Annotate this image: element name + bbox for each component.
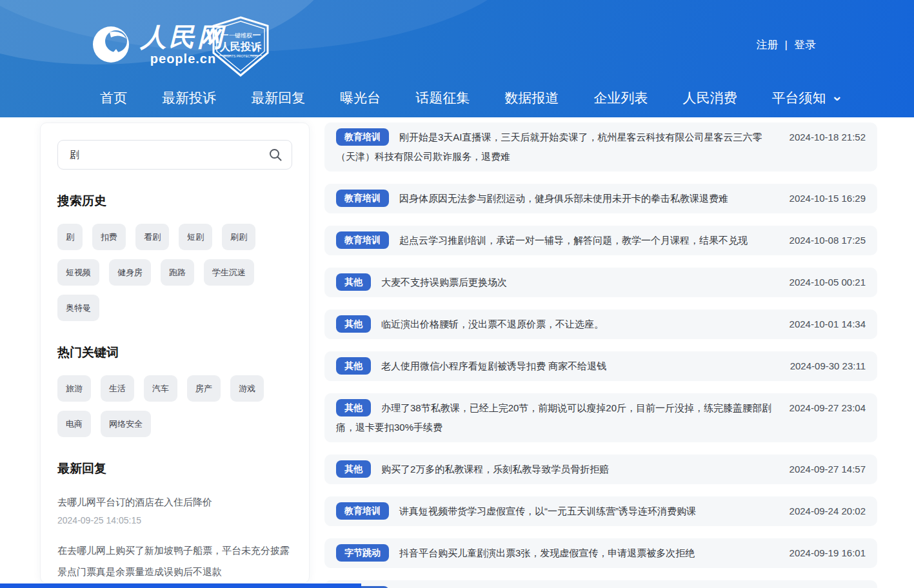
complaint-date: 2024-10-15 16:29 — [790, 189, 866, 208]
nav-item[interactable]: 平台须知 ⌄ — [772, 89, 843, 107]
main-navigation: 首页 最新投诉 最新回复 曝光台 — [100, 89, 843, 107]
search-history-tag[interactable]: 健身房 — [109, 259, 151, 286]
complaint-row[interactable]: 2024-09-18 10:11 教育培训交了700元上搏击课，没有签合同，上了… — [324, 580, 877, 588]
shield-english: RIGHTS PROTECTION — [223, 54, 257, 58]
complaint-category-badge[interactable]: 字节跳动 — [336, 544, 389, 562]
sidebar-panel: 搜索历史 剧 扣费 看剧 短剧 刷剧 短视频 健身房 跑路 学生沉迷 奥特曼 热… — [40, 122, 310, 583]
complaint-text: 讲真短视频带货学习虚假宣传，以“一元五天训练营”诱导连环消费购课 — [399, 505, 696, 516]
nav-item-label: 话题征集 — [415, 89, 470, 107]
site-header: 人民网 people.cn 一键维权 人民投诉 RIGHTS PROTECTIO… — [0, 0, 914, 117]
search-history-tag[interactable]: 刷剧 — [222, 224, 255, 250]
nav-item[interactable]: 最新回复 — [251, 89, 310, 107]
reply-text: 去哪儿网平台订的酒店在入住后降价 — [57, 491, 292, 513]
complaint-date: 2024-09-30 23:11 — [790, 357, 866, 376]
hot-keyword-tag[interactable]: 旅游 — [57, 375, 91, 402]
complaint-row[interactable]: 2024-10-01 14:34 其他临近演出价格腰斩，没出票不退原价票，不让选… — [324, 309, 877, 339]
complaint-text: 大麦不支持误购票后更换场次 — [381, 277, 507, 288]
reply-item[interactable]: 在去哪儿网上购买了新加坡鸭子船票，平台未充分披露景点门票真是余票量造成误购后不退… — [57, 540, 292, 583]
logo-subtitle: people.cn — [150, 52, 216, 65]
complaint-category-badge[interactable]: 教育培训 — [336, 502, 389, 520]
nav-item[interactable]: 话题征集 — [415, 89, 475, 107]
reply-text: 在去哪儿网上购买了新加坡鸭子船票，平台未充分披露景点门票真是余票量造成误购后不退… — [57, 540, 292, 582]
login-link[interactable]: 登录 — [794, 37, 816, 52]
nav-item[interactable]: 人民消费 — [682, 89, 742, 107]
complaint-date: 2024-09-27 23:04 — [790, 398, 866, 418]
complaint-row[interactable]: 2024-10-08 17:25 教育培训起点云学习推剧培训，承诺一对一辅导，解… — [324, 226, 877, 255]
complaint-date: 2024-09-24 20:02 — [790, 502, 866, 521]
nav-item-label: 首页 — [100, 89, 127, 107]
hot-keywords-tags: 旅游 生活 汽车 房产 游戏 电商 网络安全 — [57, 375, 292, 437]
search-history-title: 搜索历史 — [57, 193, 292, 210]
search-input[interactable] — [58, 141, 292, 169]
latest-replies-list: 去哪儿网平台订的酒店在入住后降价 2024-09-25 14:05:15 在去哪… — [57, 491, 292, 583]
nav-item-label: 曝光台 — [340, 89, 381, 107]
complaint-row[interactable]: 2024-10-05 00:21 其他大麦不支持误购票后更换场次 — [324, 268, 877, 297]
complaint-text: 老人使用微信小程序看短剧被诱导扣费 商家不给退钱 — [381, 360, 606, 371]
hot-keyword-tag[interactable]: 汽车 — [144, 375, 177, 402]
nav-item[interactable]: 数据报道 — [504, 89, 564, 107]
complaint-category-badge[interactable]: 教育培训 — [336, 128, 389, 146]
complaint-date: 2024-10-08 17:25 — [790, 231, 866, 250]
nav-item[interactable]: 首页 — [100, 89, 132, 107]
hot-keyword-tag[interactable]: 游戏 — [230, 375, 264, 402]
complaint-text: 办理了38节私教课，已经上完20节，前期说可以瘦掉20斤，目前一斤没掉，练完膝盖… — [336, 402, 771, 433]
complaint-category-badge[interactable]: 其他 — [336, 273, 371, 291]
search-history-tag[interactable]: 短剧 — [179, 224, 212, 250]
search-history-tag[interactable]: 奥特曼 — [57, 295, 99, 321]
complaint-category-badge[interactable]: 其他 — [336, 460, 371, 478]
complaint-text: 抖音平台购买儿童剧演出票3张，发现虚假宣传，申请退票被多次拒绝 — [399, 547, 695, 558]
hot-keywords-title: 热门关键词 — [57, 344, 292, 361]
site-logo[interactable]: 人民网 people.cn — [90, 23, 226, 66]
complaint-row[interactable]: 2024-10-15 16:29 教育培训因身体原因无法参与剧烈运动，健身俱乐部… — [324, 184, 877, 213]
auth-links: 注册 | 登录 — [757, 37, 816, 52]
nav-item-label: 人民消费 — [682, 89, 737, 107]
complaint-row[interactable]: 2024-09-30 23:11 其他老人使用微信小程序看短剧被诱导扣费 商家不… — [324, 351, 877, 381]
chevron-down-icon: ⌄ — [831, 92, 843, 99]
complaint-date: 2024-10-01 14:34 — [790, 315, 866, 334]
nav-item-label: 最新投诉 — [162, 89, 216, 107]
search-history-tag[interactable]: 扣费 — [92, 224, 126, 250]
complaint-list: 2024-10-18 21:52 教育培训刚开始是3天AI直播课，三天后就开始卖… — [324, 122, 877, 588]
complaint-category-badge[interactable]: 教育培训 — [336, 190, 389, 207]
complaint-date: 2024-10-05 00:21 — [790, 273, 866, 292]
complaint-category-badge[interactable]: 其他 — [336, 357, 371, 375]
nav-item[interactable]: 曝光台 — [340, 89, 386, 107]
hot-keyword-tag[interactable]: 电商 — [57, 411, 91, 437]
hot-keyword-tag[interactable]: 生活 — [101, 375, 134, 402]
nav-item-label: 平台须知 — [772, 89, 826, 107]
people-complaint-shield-badge[interactable]: 一键维权 人民投诉 RIGHTS PROTECTION — [209, 15, 272, 77]
complaint-date: 2024-09-18 10:11 — [790, 585, 866, 588]
complaint-date: 2024-09-27 14:57 — [790, 460, 866, 479]
search-history-tags: 剧 扣费 看剧 短剧 刷剧 短视频 健身房 跑路 学生沉迷 奥特曼 — [57, 224, 292, 321]
search-history-tag[interactable]: 学生沉迷 — [204, 259, 254, 286]
nav-item-label: 数据报道 — [504, 89, 559, 107]
reply-date: 2024-09-25 14:05:15 — [57, 515, 292, 525]
complaint-category-badge[interactable]: 其他 — [336, 315, 371, 333]
search-history-tag[interactable]: 跑路 — [161, 259, 194, 286]
nav-item-label: 企业列表 — [593, 89, 648, 107]
complaint-category-badge[interactable]: 其他 — [336, 399, 371, 416]
search-history-tag[interactable]: 短视频 — [57, 259, 99, 286]
complaint-date: 2024-09-19 16:01 — [790, 544, 866, 563]
complaint-row[interactable]: 2024-09-27 14:57 其他购买了2万多的私教课程，乐刻私教导致学员骨… — [324, 455, 877, 484]
complaint-text: 因身体原因无法参与剧烈运动，健身俱乐部未使用未开卡的拳击私教课退费难 — [399, 193, 728, 204]
search-history-tag[interactable]: 剧 — [57, 224, 83, 250]
search-icon[interactable] — [268, 148, 283, 162]
reply-item[interactable]: 去哪儿网平台订的酒店在入住后降价 2024-09-25 14:05:15 — [57, 491, 292, 525]
latest-replies-title: 最新回复 — [57, 460, 292, 477]
hot-keyword-tag[interactable]: 网络安全 — [101, 411, 151, 437]
complaint-text: 临近演出价格腰斩，没出票不退原价票，不让选座。 — [381, 318, 604, 329]
register-link[interactable]: 注册 — [757, 37, 779, 52]
nav-item[interactable]: 最新投诉 — [162, 89, 221, 107]
complaint-text: 起点云学习推剧培训，承诺一对一辅导，解答问题，教学一个月课程，结果不兑现 — [399, 235, 748, 246]
hot-keyword-tag[interactable]: 房产 — [187, 375, 221, 402]
complaint-category-badge[interactable]: 教育培训 — [336, 231, 389, 249]
complaint-row[interactable]: 2024-09-24 20:02 教育培训讲真短视频带货学习虚假宣传，以“一元五… — [324, 496, 877, 526]
complaint-row[interactable]: 2024-09-27 23:04 其他办理了38节私教课，已经上完20节，前期说… — [324, 393, 877, 442]
complaint-row[interactable]: 2024-09-19 16:01 字节跳动抖音平台购买儿童剧演出票3张，发现虚假… — [324, 538, 877, 568]
search-box — [57, 140, 292, 170]
complaint-row[interactable]: 2024-10-18 21:52 教育培训刚开始是3天AI直播课，三天后就开始卖… — [324, 122, 877, 172]
shield-slogan: 一键维权 — [229, 32, 252, 39]
search-history-tag[interactable]: 看剧 — [135, 224, 169, 250]
nav-item[interactable]: 企业列表 — [593, 89, 653, 107]
